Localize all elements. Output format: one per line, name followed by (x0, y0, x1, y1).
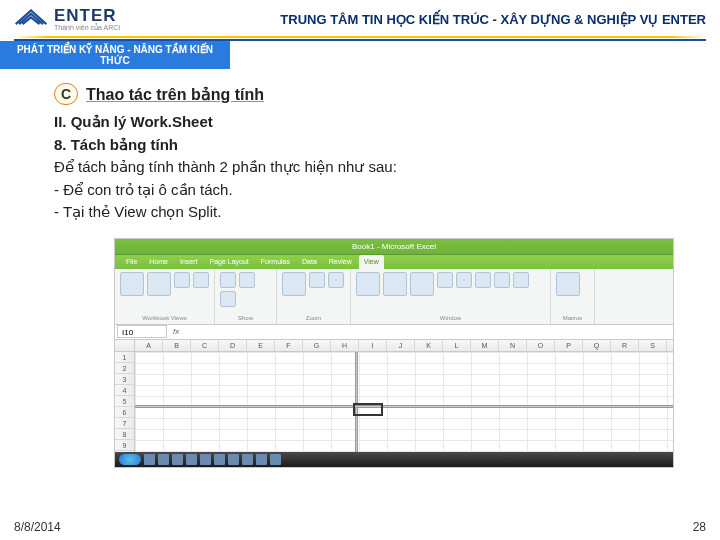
footer-date: 8/8/2014 (14, 520, 61, 534)
bullet-item: - Để con trỏ tại ô cần tách. (54, 179, 666, 202)
logo-subtext: Thành viên của ARCI (54, 24, 120, 32)
ribbon-tab: Formulas (256, 255, 295, 269)
footer-page: 28 (693, 520, 706, 534)
excel-grid: ABCDEFGHIJKLMNOPQRS 123456789 (115, 340, 673, 452)
header-title: TRUNG TÂM TIN HỌC KIẾN TRÚC - XÂY DỰNG &… (130, 12, 706, 27)
selected-cell (353, 403, 383, 416)
logo: ENTER Thành viên của ARCI (14, 6, 120, 32)
fx-icon: fx (173, 327, 179, 336)
bullet-item: - Tại thẻ View chọn Split. (54, 201, 666, 224)
ribbon-tab: Page Layout (204, 255, 253, 269)
ribbon-tab-active: View (359, 255, 384, 269)
ribbon-tab: Insert (175, 255, 203, 269)
slide-footer: 8/8/2014 28 (0, 514, 720, 540)
ribbon-tab: Home (144, 255, 173, 269)
ribbon-tab: Data (297, 255, 322, 269)
intro-text: Để tách bảng tính thành 2 phần thực hiện… (54, 156, 666, 179)
logo-icon (14, 7, 48, 31)
excel-titlebar: Book1 - Microsoft Excel (115, 239, 673, 255)
header-tagline: PHÁT TRIỂN KỸ NĂNG - NÂNG TẦM KIẾN THỨC (0, 41, 230, 69)
name-box: I10 (117, 325, 167, 338)
heading: 8. Tách bảng tính (54, 134, 666, 157)
excel-ribbon: Workbook Views Show Zoom Window Macros (115, 269, 673, 325)
section-title: Thao tác trên bảng tính (86, 85, 264, 104)
logo-text: ENTER (54, 6, 120, 26)
header-accent-line (14, 36, 706, 38)
start-button-icon (119, 454, 141, 465)
content-area: C Thao tác trên bảng tính II. Quản lý Wo… (0, 69, 720, 468)
excel-screenshot: Book1 - Microsoft Excel File Home Insert… (114, 238, 674, 468)
slide-header: ENTER Thành viên của ARCI TRUNG TÂM TIN … (0, 0, 720, 36)
split-vertical (355, 352, 358, 452)
ribbon-tab: Review (324, 255, 357, 269)
ribbon-tab: File (121, 255, 142, 269)
excel-ribbon-tabs: File Home Insert Page Layout Formulas Da… (115, 255, 673, 269)
subtitle: II. Quản lý Work.Sheet (54, 111, 666, 134)
section-badge: C (54, 83, 78, 105)
excel-formula-bar: I10 fx (115, 325, 673, 340)
split-horizontal (135, 405, 673, 408)
windows-taskbar (115, 452, 673, 467)
